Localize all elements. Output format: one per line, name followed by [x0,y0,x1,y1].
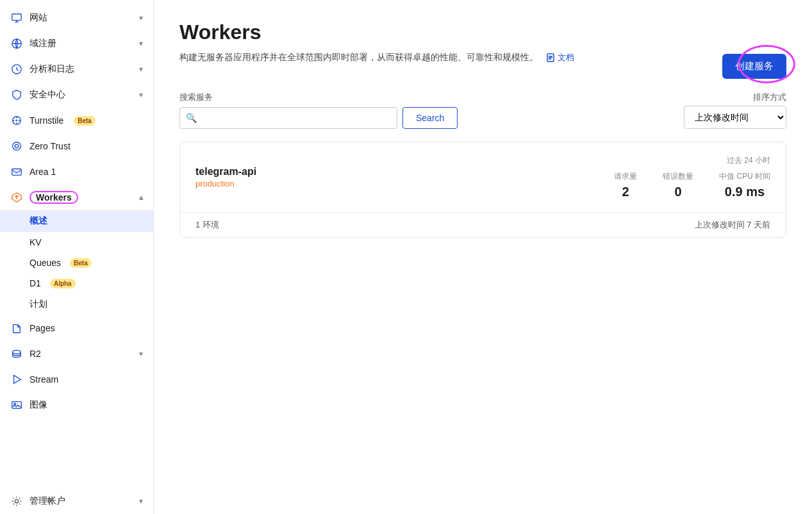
sidebar-item-label: Area 1 [29,167,56,177]
shield-icon [10,88,23,101]
sub-item-label: 概述 [29,215,47,227]
sidebar-item-label: R2 [29,349,41,359]
stat-cpu-label: 中值 CPU 时间 [719,171,770,182]
sidebar-item-label: Pages [29,323,55,333]
email-icon [10,165,23,178]
images-icon [10,399,23,411]
sidebar-item-label: Stream [29,374,58,385]
sidebar-item-domain[interactable]: 域注册 ▾ [0,31,153,56]
worker-card-bottom: 1 环境 上次修改时间 7 天前 [180,212,786,237]
sub-item-plan[interactable]: 计划 [0,294,153,315]
desc-text: 构建无服务器应用程序并在全球范围内即时部署，从而获得卓越的性能、可靠性和规模性。 [179,52,538,63]
svg-point-4 [15,144,18,147]
stat-requests-label: 请求量 [614,171,637,182]
worker-card[interactable]: telegram-api production 过去 24 小时 请求量 2 错… [179,142,786,238]
globe-icon [10,37,23,50]
zerotrust-icon [10,140,23,153]
search-button[interactable]: Search [402,107,458,129]
svg-rect-0 [12,14,21,21]
stat-requests-value: 2 [622,185,629,199]
sidebar-item-label: 网站 [29,12,47,24]
chevron-icon: ▾ [139,497,143,506]
chevron-icon: ▾ [139,39,143,48]
sidebar-item-label: 安全中心 [29,89,65,101]
title-area: Workers 构建无服务器应用程序并在全球范围内即时部署，从而获得卓越的性能、… [179,21,574,79]
search-row: 🔍 Search [179,107,458,129]
create-service-button[interactable]: 创建服务 [722,54,786,79]
worker-env-count: 1 环境 [195,219,219,231]
d1-badge: Alpha [50,279,76,288]
chevron-icon: ▾ [139,349,143,358]
svg-rect-6 [12,169,21,176]
sort-label: 排序方式 [753,92,786,103]
beta-badge: Beta [74,116,95,126]
workers-icon [10,191,23,204]
chevron-icon: ▾ [139,13,143,22]
chevron-icon: ▾ [139,90,143,99]
search-label: 搜索服务 [179,92,458,103]
chevron-icon: ▾ [139,65,143,74]
sidebar-item-stream[interactable]: Stream [0,367,153,392]
worker-card-top: telegram-api production 过去 24 小时 请求量 2 错… [180,142,786,212]
stat-errors: 错误数量 0 [663,171,693,199]
svg-point-8 [13,351,21,354]
doc-icon [546,53,555,62]
sub-item-kv[interactable]: KV [0,232,153,253]
doc-link-text: 文档 [558,52,574,63]
page-title: Workers [179,21,574,44]
sidebar-item-label: Turnstile [29,115,63,126]
chevron-up-icon: ▴ [139,193,143,202]
svg-point-5 [13,142,21,151]
worker-last-modified: 上次修改时间 7 天前 [695,219,770,231]
sidebar-item-manageaccount[interactable]: 管理帐户 ▾ [0,488,153,514]
sidebar-item-images[interactable]: 图像 [0,392,153,418]
stat-requests: 请求量 2 [614,171,637,199]
worker-info: telegram-api production [195,166,256,188]
sidebar-item-label: 分析和日志 [29,63,74,75]
stat-errors-value: 0 [674,185,681,199]
sidebar-item-r2[interactable]: R2 ▾ [0,341,153,367]
stream-icon [10,373,23,386]
monitor-icon [10,12,23,24]
controls-row: 搜索服务 🔍 Search 排序方式 上次修改时间 [179,92,786,129]
stats-row: 请求量 2 错误数量 0 中值 CPU 时间 0.9 ms [614,171,770,199]
create-button-wrapper: 创建服务 [722,54,786,79]
clock-icon [10,63,23,76]
search-input-wrap: 🔍 [179,107,397,129]
sidebar: 网站 ▾ 域注册 ▾ 分析和日志 ▾ 安全中心 ▾ Turnstile Beta [0,0,154,514]
sidebar-item-website[interactable]: 网站 ▾ [0,5,153,31]
sub-item-queues[interactable]: Queues Beta [0,253,153,273]
worker-name: telegram-api [195,166,256,178]
search-icon: 🔍 [186,113,197,123]
sub-item-overview[interactable]: 概述 [0,210,153,232]
stat-cpu: 中值 CPU 时间 0.9 ms [719,171,770,199]
sidebar-item-zerotrust[interactable]: Zero Trust [0,133,153,159]
sub-item-d1[interactable]: D1 Alpha [0,273,153,294]
header-row: Workers 构建无服务器应用程序并在全球范围内即时部署，从而获得卓越的性能、… [179,21,786,79]
sidebar-item-pages[interactable]: Pages [0,315,153,341]
worker-stats-area: 过去 24 小时 请求量 2 错误数量 0 中值 CPU 时间 0.9 ms [614,155,770,199]
svg-point-11 [14,403,16,405]
sidebar-item-turnstile[interactable]: Turnstile Beta [0,108,153,133]
stats-period: 过去 24 小时 [614,155,770,166]
doc-link[interactable]: 文档 [546,52,574,63]
sidebar-item-analytics[interactable]: 分析和日志 ▾ [0,56,153,82]
queues-badge: Beta [70,258,92,268]
sub-item-label: KV [29,237,42,247]
sidebar-item-workers[interactable]: Workers ▴ [0,185,153,210]
sort-select[interactable]: 上次修改时间 [684,106,786,129]
gear-icon [10,495,23,508]
svg-point-12 [15,499,18,502]
sidebar-item-security[interactable]: 安全中心 ▾ [0,82,153,108]
sidebar-item-label: 图像 [29,399,47,411]
sidebar-item-label: 域注册 [29,38,56,49]
search-section: 搜索服务 🔍 Search [179,92,458,129]
search-input[interactable] [179,107,397,129]
svg-rect-10 [12,402,21,409]
sidebar-item-area1[interactable]: Area 1 [0,159,153,185]
page-description: 构建无服务器应用程序并在全球范围内即时部署，从而获得卓越的性能、可靠性和规模性。… [179,52,574,63]
sub-item-label: 计划 [29,299,47,310]
sidebar-item-label: 管理帐户 [29,495,65,507]
sub-item-label: D1 [29,278,41,288]
stat-cpu-value: 0.9 ms [725,185,765,199]
